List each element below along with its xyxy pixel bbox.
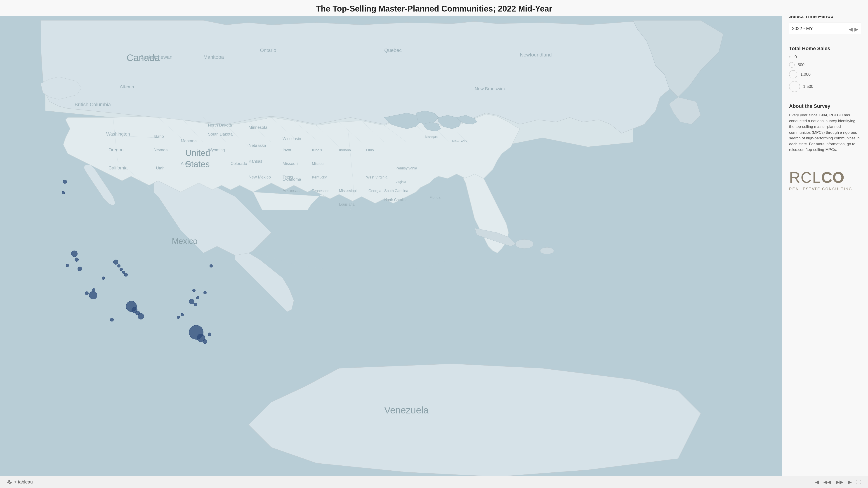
svg-text:Manitoba: Manitoba (204, 54, 224, 60)
svg-text:Oklahoma: Oklahoma (283, 177, 301, 182)
logo-wordmark: RCLCO (789, 168, 844, 186)
nav-next-page-btn[interactable]: ▶▶ (836, 479, 843, 485)
legend-circle-0 (789, 56, 792, 58)
legend-value-1500: 1,500 (803, 84, 813, 89)
svg-text:Florida: Florida (430, 196, 440, 199)
svg-text:Minnesota: Minnesota (249, 125, 268, 130)
svg-text:British Columbia: British Columbia (74, 102, 111, 107)
svg-text:Virginia: Virginia (396, 180, 406, 184)
svg-text:Louisiana: Louisiana (339, 202, 355, 206)
nav-fullscreen-btn[interactable]: ⛶ (856, 479, 861, 485)
rclco-logo: RCLCO REAL ESTATE CONSULTING (789, 168, 861, 191)
svg-rect-76 (8, 480, 9, 482)
svg-rect-74 (7, 482, 9, 483)
sidebar: Select Time Period 2022 - MY ◀ ▶ Total H… (782, 0, 868, 488)
nav-next-btn[interactable]: ▶ (848, 479, 852, 485)
svg-text:Illinois: Illinois (312, 148, 322, 152)
svg-text:Wyoming: Wyoming (208, 148, 225, 152)
logo-subtitle: REAL ESTATE CONSULTING (789, 187, 852, 191)
svg-text:New Brunswick: New Brunswick (475, 86, 506, 91)
nav-prev-btn[interactable]: ◀ (815, 479, 819, 485)
nav-prev-page-btn[interactable]: ◀◀ (824, 479, 831, 485)
svg-text:Utah: Utah (156, 166, 164, 170)
legend-item-1500: 1,500 (789, 81, 861, 92)
about-section: About the Survey Every year since 1994, … (789, 103, 861, 153)
svg-rect-72 (9, 480, 10, 482)
svg-rect-75 (10, 482, 12, 483)
legend-value-500: 500 (798, 63, 804, 67)
svg-text:United: United (185, 148, 210, 158)
svg-text:Ontario: Ontario (260, 47, 276, 53)
svg-text:Pennsylvania: Pennsylvania (396, 166, 417, 170)
svg-text:West Virginia: West Virginia (366, 175, 388, 179)
svg-text:Montana: Montana (181, 139, 197, 143)
tableau-bar: + tableau ◀ ◀◀ ▶▶ ▶ ⛶ (0, 476, 868, 488)
svg-text:North Dakota: North Dakota (208, 123, 232, 127)
svg-text:New York: New York (452, 139, 468, 143)
svg-text:Idaho: Idaho (154, 134, 164, 139)
map-svg: Canada United States Mexico Venezuela Br… (0, 0, 782, 488)
svg-rect-77 (10, 483, 11, 484)
svg-text:Venezuela: Venezuela (384, 405, 429, 416)
next-btn[interactable]: ▶ (855, 26, 858, 32)
svg-text:Michigan: Michigan (425, 135, 438, 138)
svg-point-2 (540, 248, 554, 254)
legend-circle-500 (789, 62, 795, 68)
time-period-section: Select Time Period 2022 - MY ◀ ▶ (789, 13, 861, 34)
svg-text:Saskatchewan: Saskatchewan (140, 54, 173, 60)
legend-item-1000: 1,000 (789, 70, 861, 78)
dropdown-controls: ◀ ▶ (849, 26, 858, 32)
svg-text:Arkansas: Arkansas (283, 188, 300, 193)
tableau-icon (7, 480, 12, 485)
legend-value-1000: 1,000 (800, 72, 811, 77)
svg-text:Kentucky: Kentucky (312, 175, 327, 179)
legend-circle-1000 (789, 70, 797, 78)
legend-item-0: 0 (789, 55, 861, 59)
svg-text:Arizona: Arizona (181, 161, 195, 166)
svg-text:Wisconsin: Wisconsin (283, 136, 301, 141)
logo-co: CO (821, 168, 844, 186)
svg-text:Kansas: Kansas (249, 159, 262, 164)
svg-text:Oregon: Oregon (108, 147, 124, 152)
svg-text:Iowa: Iowa (283, 148, 291, 152)
content-area: Canada United States Mexico Venezuela Br… (0, 0, 868, 488)
svg-text:South Carolina: South Carolina (384, 189, 408, 193)
svg-text:California: California (108, 165, 128, 170)
logo-rcl: RCL (789, 170, 821, 185)
time-period-dropdown[interactable]: 2022 - MY ◀ ▶ (789, 23, 861, 34)
svg-text:New Mexico: New Mexico (249, 175, 271, 180)
svg-text:Colorado: Colorado (230, 161, 247, 166)
svg-point-1 (515, 239, 533, 249)
map-area[interactable]: Canada United States Mexico Venezuela Br… (0, 0, 782, 488)
svg-text:Nebraska: Nebraska (249, 143, 266, 148)
tableau-label: + tableau (14, 480, 33, 485)
svg-text:Nevada: Nevada (154, 148, 168, 152)
svg-text:Mexico: Mexico (172, 236, 197, 246)
svg-text:Alberta: Alberta (120, 84, 134, 89)
prev-btn[interactable]: ◀ (849, 26, 852, 32)
svg-text:Ohio: Ohio (366, 148, 374, 152)
svg-text:South Dakota: South Dakota (208, 132, 233, 136)
svg-text:Mississippi: Mississippi (339, 189, 356, 193)
main-container: The Top-Selling Master-Planned Communiti… (0, 0, 868, 488)
svg-text:Missouri: Missouri (283, 161, 298, 166)
svg-text:Missouri: Missouri (312, 162, 326, 166)
tableau-logo: + tableau (7, 480, 33, 485)
svg-text:North Carolina: North Carolina (384, 198, 408, 202)
legend-section: Total Home Sales 0 500 1,000 (789, 46, 861, 92)
tableau-nav: ◀ ◀◀ ▶▶ ▶ ⛶ (815, 479, 861, 485)
legend-items: 0 500 1,000 1,500 (789, 55, 861, 92)
about-text: Every year since 1994, RCLCO has conduct… (789, 112, 861, 153)
selected-period-value: 2022 - MY (792, 26, 813, 31)
svg-text:Washington: Washington (106, 131, 130, 136)
legend-label: Total Home Sales (789, 46, 861, 52)
about-title: About the Survey (789, 103, 861, 109)
legend-circle-1500 (789, 81, 800, 92)
svg-text:Quebec: Quebec (384, 47, 402, 53)
svg-rect-73 (9, 483, 10, 484)
legend-item-500: 500 (789, 62, 861, 68)
svg-text:Indiana: Indiana (339, 148, 351, 152)
page-title: The Top-Selling Master-Planned Communiti… (0, 0, 868, 16)
svg-text:Newfoundland: Newfoundland (520, 52, 552, 58)
svg-text:Tennessee: Tennessee (312, 189, 329, 193)
